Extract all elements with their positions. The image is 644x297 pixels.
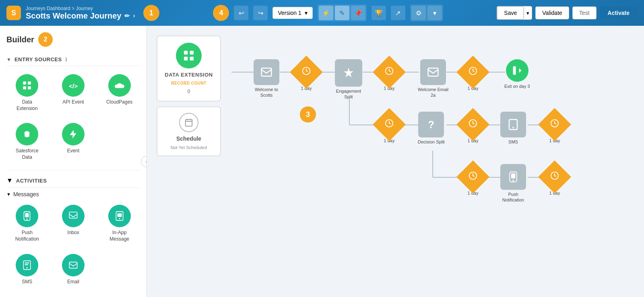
- test-button[interactable]: Test: [572, 6, 597, 19]
- topbar: S Journeys Dashboard > Journey Scotts We…: [0, 0, 644, 26]
- decision-split-label: Decision Split: [418, 139, 445, 145]
- sms-label-flow: SMS: [508, 139, 518, 145]
- divider-1: [6, 170, 140, 170]
- badge-1: 1: [143, 5, 159, 21]
- data-extension-icon: [16, 74, 38, 97]
- trophy-button[interactable]: 🏆: [372, 6, 386, 20]
- wait3-inner: [469, 66, 477, 78]
- push-notification-label: PushNotification: [15, 230, 39, 242]
- msg-inapp-message[interactable]: In-AppMessage: [99, 201, 140, 245]
- cloud-pages-icon: [108, 74, 131, 97]
- entry-data-extension[interactable]: DataExtension: [6, 71, 48, 115]
- email-icon: [62, 254, 85, 276]
- sms-icon: [16, 254, 38, 276]
- edit-icon[interactable]: ✏: [124, 12, 130, 20]
- node-wait-5[interactable]: 1 day: [461, 113, 485, 143]
- svg-rect-21: [190, 57, 194, 60]
- msg-sms[interactable]: SMS: [6, 251, 48, 289]
- entry-event[interactable]: Event: [53, 120, 94, 164]
- schedule-card[interactable]: Schedule Not Yet Scheduled: [157, 106, 221, 156]
- activities-label: ACTIVITIES: [16, 178, 47, 184]
- inbox-label: Inbox: [67, 230, 79, 236]
- export-button[interactable]: ↗: [391, 6, 405, 20]
- email-label: Email: [67, 279, 79, 285]
- settings-button[interactable]: ⚙: [411, 6, 426, 20]
- sms-label: SMS: [22, 279, 32, 285]
- save-dropdown-button[interactable]: ▾: [524, 7, 532, 19]
- svg-rect-3: [28, 86, 31, 89]
- node-wait-8[interactable]: 1 day: [543, 165, 566, 196]
- node-wait-6[interactable]: 1 day: [543, 113, 566, 143]
- pin-button[interactable]: 📌: [351, 6, 365, 20]
- journey-title: Scotts Welcome Journey ✏ ›: [26, 11, 135, 21]
- badge-2: 2: [38, 32, 53, 47]
- wait7-shape: [456, 160, 489, 193]
- badge-3: 3: [300, 106, 316, 123]
- sidebar-title: Builder: [6, 35, 34, 44]
- collapse-sidebar-button[interactable]: ‹: [141, 156, 147, 167]
- node-exit-day3[interactable]: Exit on day 3: [504, 59, 530, 89]
- logo: S: [6, 6, 21, 20]
- entry-sources-label: ENTRY SOURCES: [14, 56, 62, 62]
- wait4-inner: [385, 119, 394, 130]
- node-decision-split[interactable]: ? Decision Split: [418, 112, 445, 145]
- save-button[interactable]: Save: [497, 6, 524, 19]
- wait8-inner: [550, 171, 559, 183]
- entry-sources-info-icon[interactable]: ℹ: [65, 56, 67, 62]
- msg-inbox[interactable]: Inbox: [53, 201, 94, 245]
- entry-cloud-pages[interactable]: CloudPages: [99, 71, 140, 115]
- entry-api-event[interactable]: </> API Event: [53, 71, 94, 115]
- entry-sources-chevron: ▼: [6, 57, 11, 62]
- node-wait-2[interactable]: 1 day: [378, 60, 401, 91]
- sidebar-header: Builder 2: [6, 32, 140, 47]
- wait1-shape: [290, 56, 323, 89]
- node-wait-4[interactable]: 1 day: [378, 113, 401, 143]
- node-wait-1[interactable]: 1 day: [295, 60, 318, 91]
- welcome-email-2a-label: Welcome Email2a: [418, 87, 448, 98]
- node-wait-3[interactable]: 1 day: [461, 60, 485, 91]
- schedule-icon: [179, 113, 198, 132]
- svg-rect-43: [428, 68, 438, 76]
- validate-button[interactable]: Validate: [535, 6, 569, 19]
- entry-salesforce-data[interactable]: SalesforceData: [6, 120, 48, 164]
- msg-push-notification[interactable]: PushNotification: [6, 201, 48, 245]
- messages-section[interactable]: ▼ Messages: [6, 191, 140, 197]
- event-label: Event: [67, 148, 80, 154]
- msg-email[interactable]: Email: [53, 251, 94, 289]
- svg-rect-20: [184, 57, 188, 60]
- activities-chevron: ▼: [6, 177, 13, 184]
- node-welcome-email[interactable]: Welcome toScotts: [254, 59, 279, 98]
- filter-button[interactable]: ⚡: [319, 6, 333, 20]
- engagement-split-shape: [335, 59, 362, 87]
- wait2-shape: [373, 56, 406, 89]
- svg-rect-18: [184, 51, 188, 54]
- version-selector[interactable]: Version 1 ▾: [272, 7, 312, 19]
- toolbar-group: ⚡ ✎ 📌: [318, 4, 367, 21]
- node-welcome-email-2a[interactable]: Welcome Email2a: [418, 59, 448, 98]
- entry-sources-grid: DataExtension </> API Event CloudPages S…: [6, 71, 140, 164]
- node-push-notification[interactable]: PushNotification: [500, 164, 526, 203]
- undo-button[interactable]: ↩: [234, 6, 248, 20]
- pen-button[interactable]: ✎: [335, 6, 349, 20]
- wait1-inner: [302, 66, 311, 78]
- wait5-shape: [456, 108, 489, 141]
- entry-sources-section[interactable]: ▼ ENTRY SOURCES ℹ: [6, 53, 140, 66]
- exit-shape-container: [506, 59, 528, 82]
- node-wait-7[interactable]: 1 day: [461, 165, 485, 196]
- svg-rect-2: [23, 86, 27, 89]
- inbox-icon: [62, 205, 85, 227]
- node-engagement-split[interactable]: EngagementSplit: [335, 59, 362, 100]
- schedule-status: Not Yet Scheduled: [171, 145, 207, 150]
- activate-button[interactable]: Activate: [600, 6, 638, 19]
- data-extension-card[interactable]: DATA EXTENSION RECORD COUNT 0: [157, 35, 221, 102]
- redo-button[interactable]: ↪: [253, 6, 268, 20]
- messages-grid: PushNotification Inbox In-AppMessage SMS: [6, 201, 140, 288]
- svg-rect-17: [69, 262, 77, 268]
- node-sms[interactable]: SMS: [500, 112, 526, 145]
- svg-rect-22: [186, 120, 192, 127]
- settings-chevron[interactable]: ▾: [427, 6, 442, 20]
- api-event-icon: </>: [62, 74, 85, 97]
- activities-section[interactable]: ▼ ACTIVITIES: [6, 174, 140, 188]
- svg-point-49: [512, 127, 514, 129]
- breadcrumb: Journeys Dashboard > Journey: [26, 6, 135, 11]
